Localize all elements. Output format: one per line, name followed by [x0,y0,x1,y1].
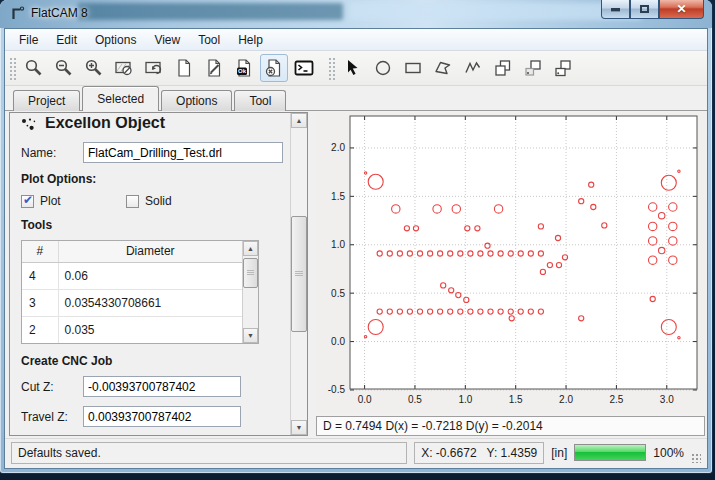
scrollbar-thumb[interactable] [243,258,258,288]
flatcam-logo-icon [9,5,26,22]
name-input[interactable] [83,142,283,163]
table-row [22,343,242,344]
menu-item-options[interactable]: Options [86,31,145,49]
coordinate-y: Y: 1.4359 [487,446,538,460]
maximize-icon [640,5,649,13]
close-button[interactable]: ✕ [659,0,704,19]
copy-geometry-button[interactable] [519,54,547,82]
progress-bar [574,444,646,461]
cutz-input[interactable] [83,376,241,397]
cutz-label: Cut Z: [21,380,83,394]
delete-object-button[interactable] [260,54,288,82]
ok-document-button[interactable]: Ok [230,54,258,82]
tool-number[interactable]: 4 [22,262,58,289]
toolbar-group-draw [338,54,578,82]
travelz-input[interactable] [83,406,241,427]
zoom-fit-button[interactable] [20,54,48,82]
scatter-plot[interactable]: 0.00.51.01.52.02.53.0-0.50.00.51.01.52.0 [316,112,705,413]
move-objects-icon [553,58,573,78]
plot-options-label: Plot Options: [21,172,286,186]
client-area: FileEditOptionsViewToolHelp Ok ProjectSe… [4,28,708,469]
scroll-up-icon[interactable]: ▲ [291,113,307,128]
zoom-in-button[interactable] [80,54,108,82]
app-window: FlatCAM 8 ✕ FileEditOptionsViewToolHelp … [0,0,712,473]
tab-project[interactable]: Project [13,90,80,111]
new-project-button[interactable] [170,54,198,82]
menu-item-file[interactable]: File [10,31,47,49]
menu-bar: FileEditOptionsViewToolHelp [5,29,707,51]
svg-text:1.5: 1.5 [509,394,523,405]
delete-object-icon [264,58,284,78]
draw-rectangle-button[interactable] [399,54,427,82]
panel-scrollbar[interactable]: ▲ ▼ [290,113,307,435]
ok-document-icon: Ok [234,58,254,78]
scroll-down-icon[interactable]: ▼ [291,420,307,435]
toolbar-grip[interactable] [327,56,335,80]
select-arrow-icon [343,58,363,78]
new-project-icon [174,58,194,78]
tool-number[interactable]: 3 [22,289,58,316]
panel-splitter[interactable] [308,112,316,436]
svg-text:2.5: 2.5 [609,394,623,405]
draw-circle-button[interactable] [369,54,397,82]
menu-item-edit[interactable]: Edit [47,31,86,49]
title-bar[interactable]: FlatCAM 8 ✕ [0,0,712,28]
zoom-out-button[interactable] [50,54,78,82]
menu-item-view[interactable]: View [145,31,189,49]
selected-object-panel: Excellon Object Name: Plot Options: Plot [9,112,308,436]
solid-checkbox-label: Solid [145,194,172,208]
tool-diameter[interactable]: 0.035 [58,316,242,343]
svg-text:Ok: Ok [238,68,247,74]
clear-plot-icon [114,58,134,78]
draw-polyline-button[interactable] [459,54,487,82]
scrollbar-thumb[interactable] [291,216,307,332]
titlebar-glass-reflection [350,3,642,20]
close-icon: ✕ [676,3,686,15]
travelz-label: Travel Z: [21,410,83,424]
progress-percent: 100% [653,446,684,460]
svg-text:1.0: 1.0 [331,239,345,250]
table-row[interactable]: 30.0354330708661 [22,289,242,316]
table-header[interactable]: # [22,241,58,262]
toolbar-grip[interactable] [8,56,16,80]
svg-text:3.0: 3.0 [660,394,674,405]
draw-rectangle-icon [403,58,423,78]
copy-objects-button[interactable] [489,54,517,82]
toolbar-group-main: Ok [19,54,319,82]
plot-checkbox[interactable]: Plot [21,194,126,208]
tools-label: Tools [21,218,286,232]
replot-button[interactable] [140,54,168,82]
move-objects-button[interactable] [549,54,577,82]
tab-tool[interactable]: Tool [234,90,286,111]
checkbox-unchecked-icon [126,195,139,208]
svg-text:0.5: 0.5 [408,394,422,405]
svg-text:0.0: 0.0 [331,336,345,347]
tool-diameter[interactable]: 0.0354330708661 [58,289,242,316]
tool-number[interactable]: 2 [22,316,58,343]
menu-item-help[interactable]: Help [229,31,272,49]
coordinates-readout: X: -0.6672Y: 1.4359 [414,442,544,464]
console-button[interactable] [290,54,318,82]
minimize-icon [611,8,620,11]
replot-icon [144,58,164,78]
menu-item-tool[interactable]: Tool [189,31,229,49]
draw-polygon-button[interactable] [429,54,457,82]
solid-checkbox[interactable]: Solid [126,194,231,208]
edit-object-button[interactable] [200,54,228,82]
table-scrollbar[interactable]: ▲ ▼ [242,241,258,343]
tool-diameter[interactable]: 0.06 [58,262,242,289]
tab-options[interactable]: Options [161,90,232,111]
table-row[interactable]: 20.035 [22,316,242,343]
table-row[interactable]: 40.06 [22,262,242,289]
minimize-button[interactable] [601,0,630,19]
scroll-down-icon[interactable]: ▼ [243,328,258,343]
maximize-button[interactable] [630,0,659,19]
plot-figure[interactable]: 0.00.51.01.52.02.53.0-0.50.00.51.01.52.0 [316,112,705,413]
select-arrow-button[interactable] [339,54,367,82]
delta-readout: D = 0.7494 D(x) = -0.7218 D(y) = -0.2014 [316,416,705,436]
resize-grip-icon[interactable] [691,453,701,463]
table-header[interactable]: Diameter [58,241,242,262]
scroll-up-icon[interactable]: ▲ [243,241,258,256]
tab-selected[interactable]: Selected [82,86,159,111]
clear-plot-button[interactable] [110,54,138,82]
